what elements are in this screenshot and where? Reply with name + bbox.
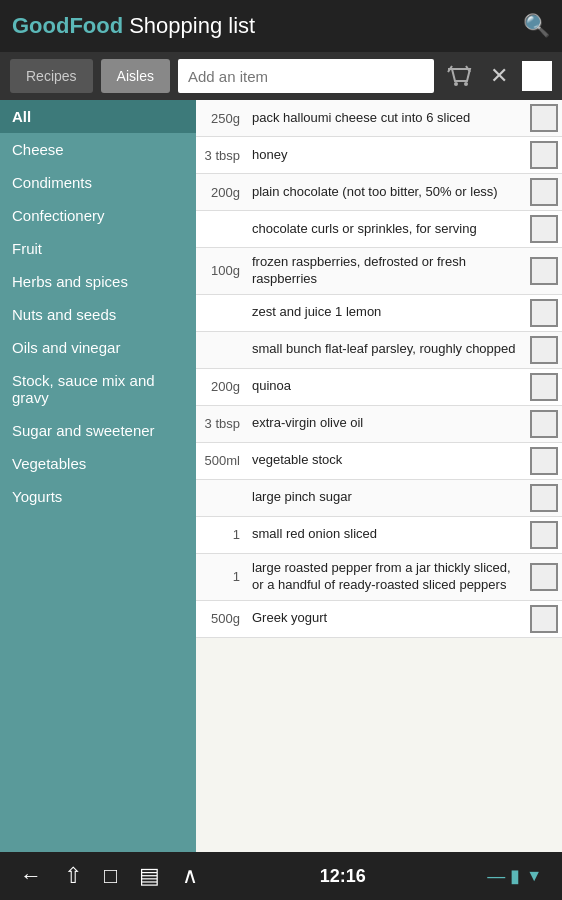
item-description: large pinch sugar bbox=[248, 483, 526, 512]
item-checkbox[interactable] bbox=[530, 563, 558, 591]
sidebar-item-all[interactable]: All bbox=[0, 100, 196, 133]
item-checkbox[interactable] bbox=[530, 104, 558, 132]
svg-point-0 bbox=[454, 82, 458, 86]
table-row: 200gplain chocolate (not too bitter, 50%… bbox=[196, 174, 562, 211]
sidebar-item-oils-and-vinegar[interactable]: Oils and vinegar bbox=[0, 331, 196, 364]
sidebar-item-sugar-and-sweetener[interactable]: Sugar and sweetener bbox=[0, 414, 196, 447]
signal-icon: ▼ bbox=[526, 867, 542, 885]
sidebar-item-cheese[interactable]: Cheese bbox=[0, 133, 196, 166]
nav-buttons: ← ⇧ □ ▤ ∧ bbox=[20, 863, 198, 889]
item-description: small red onion sliced bbox=[248, 520, 526, 549]
table-row: zest and juice 1 lemon bbox=[196, 295, 562, 332]
header-title: GoodFood Shopping list bbox=[12, 13, 255, 39]
item-checkbox[interactable] bbox=[530, 521, 558, 549]
item-checkbox[interactable] bbox=[530, 336, 558, 364]
item-quantity: 3 tbsp bbox=[196, 148, 248, 163]
statusbar: ← ⇧ □ ▤ ∧ 12:16 — ▮ ▼ bbox=[0, 852, 562, 900]
item-description: chocolate curls or sprinkles, for servin… bbox=[248, 215, 526, 244]
tab-aisles[interactable]: Aisles bbox=[101, 59, 170, 93]
home-icon[interactable]: ⇧ bbox=[64, 863, 82, 889]
item-checkbox[interactable] bbox=[530, 299, 558, 327]
header: GoodFood Shopping list 🔍 bbox=[0, 0, 562, 52]
table-row: 1small red onion sliced bbox=[196, 517, 562, 554]
item-quantity: 1 bbox=[196, 527, 248, 542]
item-quantity: 1 bbox=[196, 569, 248, 584]
sidebar-item-yogurts[interactable]: Yogurts bbox=[0, 480, 196, 513]
main-layout: AllCheeseCondimentsConfectioneryFruitHer… bbox=[0, 100, 562, 852]
sidebar: AllCheeseCondimentsConfectioneryFruitHer… bbox=[0, 100, 196, 852]
table-row: 3 tbspextra-virgin olive oil bbox=[196, 406, 562, 443]
item-checkbox[interactable] bbox=[530, 178, 558, 206]
up-icon[interactable]: ∧ bbox=[182, 863, 198, 889]
item-quantity: 3 tbsp bbox=[196, 416, 248, 431]
sidebar-item-vegetables[interactable]: Vegetables bbox=[0, 447, 196, 480]
table-row: 250gpack halloumi cheese cut into 6 slic… bbox=[196, 100, 562, 137]
sidebar-item-condiments[interactable]: Condiments bbox=[0, 166, 196, 199]
tab-recipes[interactable]: Recipes bbox=[10, 59, 93, 93]
item-description: plain chocolate (not too bitter, 50% or … bbox=[248, 178, 526, 207]
table-row: small bunch flat-leaf parsley, roughly c… bbox=[196, 332, 562, 369]
table-row: 500gGreek yogurt bbox=[196, 601, 562, 638]
item-checkbox[interactable] bbox=[530, 373, 558, 401]
white-box-button[interactable] bbox=[522, 61, 552, 91]
menu-icon[interactable]: ▤ bbox=[139, 863, 160, 889]
sidebar-item-herbs-and-spices[interactable]: Herbs and spices bbox=[0, 265, 196, 298]
table-row: 100gfrozen raspberries, defrosted or fre… bbox=[196, 248, 562, 295]
item-checkbox[interactable] bbox=[530, 257, 558, 285]
table-row: 3 tbsphoney bbox=[196, 137, 562, 174]
content-area: 250gpack halloumi cheese cut into 6 slic… bbox=[196, 100, 562, 852]
item-description: pack halloumi cheese cut into 6 sliced bbox=[248, 104, 526, 133]
item-quantity: 500ml bbox=[196, 453, 248, 468]
header-subtitle: Shopping list bbox=[129, 13, 255, 39]
item-description: small bunch flat-leaf parsley, roughly c… bbox=[248, 335, 526, 364]
item-quantity: 200g bbox=[196, 379, 248, 394]
item-quantity: 500g bbox=[196, 611, 248, 626]
svg-point-1 bbox=[464, 82, 468, 86]
table-row: 200gquinoa bbox=[196, 369, 562, 406]
sidebar-item-nuts-and-seeds[interactable]: Nuts and seeds bbox=[0, 298, 196, 331]
battery-icon: — ▮ bbox=[487, 865, 520, 887]
table-row: 500mlvegetable stock bbox=[196, 443, 562, 480]
brand-name: GoodFood bbox=[12, 13, 123, 39]
item-description: large roasted pepper from a jar thickly … bbox=[248, 554, 526, 600]
item-description: vegetable stock bbox=[248, 446, 526, 475]
toolbar: Recipes Aisles ✕ bbox=[0, 52, 562, 100]
clear-icon-button[interactable]: ✕ bbox=[482, 59, 516, 93]
item-quantity: 250g bbox=[196, 111, 248, 126]
item-description: zest and juice 1 lemon bbox=[248, 298, 526, 327]
item-description: honey bbox=[248, 141, 526, 170]
statusbar-right: — ▮ ▼ bbox=[487, 865, 542, 887]
basket-icon-button[interactable] bbox=[442, 59, 476, 93]
item-checkbox[interactable] bbox=[530, 141, 558, 169]
back-icon[interactable]: ← bbox=[20, 863, 42, 889]
sidebar-item-fruit[interactable]: Fruit bbox=[0, 232, 196, 265]
item-description: quinoa bbox=[248, 372, 526, 401]
item-description: frozen raspberries, defrosted or fresh r… bbox=[248, 248, 526, 294]
table-row: large pinch sugar bbox=[196, 480, 562, 517]
table-row: chocolate curls or sprinkles, for servin… bbox=[196, 211, 562, 248]
toolbar-icons: ✕ bbox=[442, 59, 552, 93]
item-checkbox[interactable] bbox=[530, 447, 558, 475]
status-time: 12:16 bbox=[320, 866, 366, 887]
item-checkbox[interactable] bbox=[530, 484, 558, 512]
sidebar-item-confectionery[interactable]: Confectionery bbox=[0, 199, 196, 232]
add-item-input[interactable] bbox=[178, 59, 434, 93]
item-checkbox[interactable] bbox=[530, 605, 558, 633]
item-quantity: 100g bbox=[196, 263, 248, 278]
table-row: 1large roasted pepper from a jar thickly… bbox=[196, 554, 562, 601]
item-checkbox[interactable] bbox=[530, 215, 558, 243]
recents-icon[interactable]: □ bbox=[104, 863, 117, 889]
item-description: Greek yogurt bbox=[248, 604, 526, 633]
search-icon[interactable]: 🔍 bbox=[523, 13, 550, 39]
item-quantity: 200g bbox=[196, 185, 248, 200]
item-description: extra-virgin olive oil bbox=[248, 409, 526, 438]
sidebar-item-stock,-sauce-mix-and-gravy[interactable]: Stock, sauce mix and gravy bbox=[0, 364, 196, 414]
item-checkbox[interactable] bbox=[530, 410, 558, 438]
